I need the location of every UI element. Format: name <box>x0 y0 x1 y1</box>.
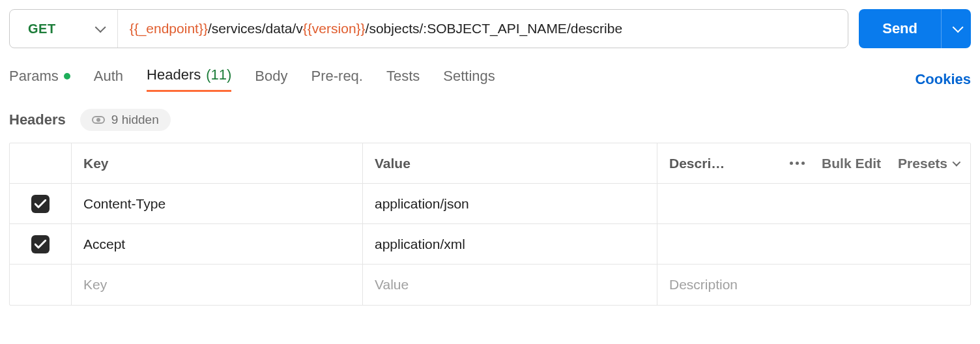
url-var-version: {{version}} <box>303 21 366 36</box>
presets-button[interactable]: Presets <box>898 156 958 171</box>
http-method-label: GET <box>28 22 56 36</box>
row-checkbox-cell[interactable] <box>10 224 72 264</box>
table-row-empty: Key Value Description <box>10 265 970 305</box>
header-desc-cell[interactable] <box>657 184 970 223</box>
tab-label: Settings <box>443 68 495 85</box>
tab-label: Headers <box>147 66 201 83</box>
url-segment: /services/data/v <box>208 21 303 36</box>
tab-headers[interactable]: Headers (11) <box>147 66 231 92</box>
header-value-input[interactable]: Value <box>363 265 657 305</box>
tab-body[interactable]: Body <box>255 68 287 91</box>
url-input[interactable]: {{_endpoint}}/services/data/v{{version}}… <box>118 10 848 48</box>
hidden-count-label: 9 hidden <box>111 113 159 127</box>
hidden-headers-toggle[interactable]: 9 hidden <box>80 109 171 131</box>
send-options-button[interactable] <box>941 9 971 48</box>
cookies-link[interactable]: Cookies <box>915 71 971 88</box>
request-bar: GET {{_endpoint}}/services/data/v{{versi… <box>9 9 971 48</box>
header-key-cell[interactable]: Accept <box>72 224 363 264</box>
send-button[interactable]: Send <box>859 9 941 48</box>
tab-settings[interactable]: Settings <box>443 68 495 91</box>
checkbox-checked-icon <box>31 195 50 213</box>
http-method-select[interactable]: GET <box>10 10 118 48</box>
header-value-cell[interactable]: application/json <box>363 184 657 223</box>
tab-label: Tests <box>386 68 420 85</box>
chevron-down-icon <box>94 22 106 33</box>
chevron-down-icon <box>953 158 961 167</box>
tab-label: Pre-req. <box>311 68 363 85</box>
url-group: GET {{_endpoint}}/services/data/v{{versi… <box>9 9 848 48</box>
header-key-input[interactable]: Key <box>72 265 363 305</box>
checkbox-checked-icon <box>31 235 50 253</box>
eye-icon <box>92 116 105 124</box>
tab-tests[interactable]: Tests <box>386 68 420 91</box>
header-desc-cell[interactable] <box>657 224 970 264</box>
table-row: Accept application/xml <box>10 224 970 265</box>
row-checkbox-cell[interactable] <box>10 184 72 223</box>
desc-header-label: Descri… <box>669 156 725 171</box>
tab-prereq[interactable]: Pre-req. <box>311 68 363 91</box>
url-var-endpoint: {{_endpoint}} <box>130 21 208 36</box>
headers-title-row: Headers 9 hidden <box>9 109 971 131</box>
col-header-key: Key <box>72 143 363 183</box>
header-key-cell[interactable]: Content-Type <box>72 184 363 223</box>
tab-auth[interactable]: Auth <box>94 68 123 91</box>
bulk-edit-button[interactable]: Bulk Edit <box>822 156 881 171</box>
tab-label: Params <box>9 68 59 85</box>
more-options-button[interactable] <box>790 162 805 165</box>
header-value-cell[interactable]: application/xml <box>363 224 657 264</box>
tab-label: Auth <box>94 68 123 85</box>
tab-count: (11) <box>206 66 231 83</box>
presets-label: Presets <box>898 156 947 171</box>
headers-table: Key Value Descri… Bulk Edit Presets Cont… <box>9 143 971 306</box>
url-segment: /sobjects/:SOBJECT_API_NAME/describe <box>366 21 622 36</box>
tab-params[interactable]: Params <box>9 68 70 91</box>
table-header-row: Key Value Descri… Bulk Edit Presets <box>10 143 970 184</box>
row-checkbox-cell[interactable] <box>10 265 72 305</box>
table-row: Content-Type application/json <box>10 184 970 224</box>
table-actions: Bulk Edit Presets <box>790 156 958 171</box>
header-desc-input[interactable]: Description <box>657 265 970 305</box>
col-header-value: Value <box>363 143 657 183</box>
col-header-desc: Descri… Bulk Edit Presets <box>657 143 970 183</box>
tab-label: Body <box>255 68 287 85</box>
send-button-group: Send <box>859 9 971 48</box>
active-dot-icon <box>64 73 70 79</box>
chevron-down-icon <box>952 22 963 33</box>
headers-title: Headers <box>9 111 66 128</box>
request-tabs: Params Auth Headers (11) Body Pre-req. T… <box>9 66 971 92</box>
col-header-check <box>10 143 72 183</box>
